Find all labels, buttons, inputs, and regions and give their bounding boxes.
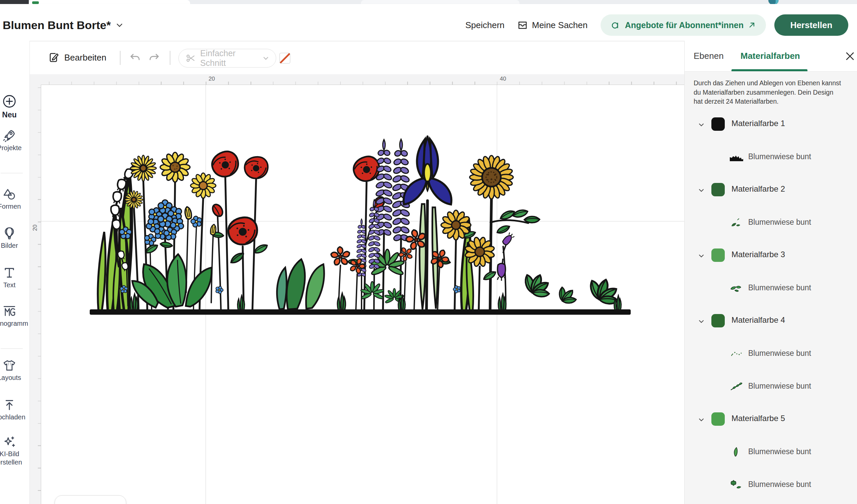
layer-name: Blumenwiese bunt bbox=[748, 218, 811, 227]
horizontal-ruler bbox=[41, 74, 685, 85]
ruler-label-v20: 20 bbox=[32, 225, 38, 231]
sidebar-item-ki-bild[interactable]: KI-Bild erstellen bbox=[0, 434, 30, 467]
sidebar-label: Text bbox=[0, 281, 30, 289]
upload-icon bbox=[2, 397, 17, 412]
sidebar-divider bbox=[1, 173, 23, 173]
project-title-text: Blumen Bunt Borte* bbox=[3, 19, 111, 32]
bellflowers bbox=[498, 232, 515, 281]
make-it-label: Herstellen bbox=[790, 20, 833, 31]
swatch-diagonal bbox=[280, 53, 290, 64]
make-it-button[interactable]: Herstellen bbox=[774, 14, 848, 36]
color-swatch[interactable] bbox=[711, 314, 725, 327]
redo-icon[interactable] bbox=[148, 52, 161, 64]
shapes-icon bbox=[2, 187, 17, 201]
sidebar-label: KI-Bild erstellen bbox=[0, 450, 30, 467]
layer-thumbnail[interactable] bbox=[728, 216, 745, 229]
plus-circle-icon bbox=[2, 94, 17, 109]
edit-label: Bearbeiten bbox=[64, 52, 106, 63]
layer-item[interactable]: Blumenwiese bunt bbox=[685, 468, 857, 501]
chevron-down-icon[interactable] bbox=[698, 187, 705, 194]
group-name: Materialfarbe 5 bbox=[732, 414, 785, 423]
star-leaves-thumb bbox=[729, 479, 744, 490]
layer-item[interactable]: Blumenwiese bunt bbox=[685, 370, 857, 403]
tab-label: Materialfarben bbox=[740, 51, 800, 61]
linetype-dropdown[interactable]: Einfacher Schnitt bbox=[179, 49, 276, 68]
sidebar-item-neu[interactable]: Neu bbox=[0, 94, 30, 120]
active-tab-underline bbox=[732, 69, 807, 71]
close-icon[interactable] bbox=[845, 51, 855, 62]
sidebar-item-hochladen[interactable]: Hochladen bbox=[0, 397, 30, 421]
chevron-down-icon[interactable] bbox=[698, 121, 705, 128]
group-name: Materialfarbe 4 bbox=[732, 315, 785, 325]
ruler-corner bbox=[30, 74, 41, 85]
layer-thumbnail[interactable] bbox=[728, 282, 745, 294]
material-color-group[interactable]: Materialfarbe 1 bbox=[685, 108, 857, 140]
edit-button[interactable]: Bearbeiten bbox=[48, 50, 106, 65]
sidebar-divider bbox=[1, 348, 23, 349]
group-name: Materialfarbe 2 bbox=[732, 184, 785, 194]
browser-tab-strip bbox=[0, 0, 857, 4]
layer-thumbnail[interactable] bbox=[728, 478, 745, 491]
save-label: Speichern bbox=[465, 20, 504, 31]
chevron-down-icon[interactable] bbox=[698, 318, 705, 325]
color-swatch[interactable] bbox=[280, 53, 290, 64]
layer-item[interactable]: Blumenwiese bunt bbox=[685, 272, 857, 305]
color-swatch[interactable] bbox=[711, 183, 725, 196]
sidebar-item-layouts[interactable]: Layouts bbox=[0, 358, 30, 382]
canvas-artwork-blumenwiese[interactable] bbox=[87, 136, 633, 316]
ruler-label-40: 40 bbox=[500, 75, 506, 82]
monogram-icon bbox=[2, 304, 17, 318]
layer-item[interactable]: Blumenwiese bunt bbox=[685, 206, 857, 239]
toolbar-separator bbox=[120, 51, 120, 65]
edit-pencil-icon bbox=[48, 52, 60, 64]
layer-thumbnail[interactable] bbox=[728, 380, 745, 393]
panel-description: Durch das Ziehen und Ablegen von Ebenen … bbox=[685, 72, 857, 108]
my-stuff-button[interactable]: Meine Sachen bbox=[517, 18, 588, 32]
sidebar-label: Neu bbox=[0, 110, 30, 120]
tab-ebenen[interactable]: Ebenen bbox=[694, 41, 724, 71]
subscriber-offers-button[interactable]: Angebote für Abonnent*innen bbox=[601, 14, 766, 36]
zoom-control[interactable] bbox=[54, 495, 126, 504]
material-color-group[interactable]: Materialfarbe 2 bbox=[685, 173, 857, 206]
vertical-ruler bbox=[30, 85, 41, 504]
color-swatch[interactable] bbox=[711, 412, 725, 426]
layer-item[interactable]: Blumenwiese bunt bbox=[685, 337, 857, 370]
subscriber-offers-label: Angebote für Abonnent*innen bbox=[625, 20, 744, 30]
layer-thumbnail[interactable] bbox=[728, 151, 745, 163]
material-color-group[interactable]: Materialfarbe 4 bbox=[685, 305, 857, 337]
panel-tabs: Ebenen Materialfarben bbox=[685, 41, 857, 72]
layer-name: Blumenwiese bunt bbox=[748, 349, 811, 358]
sidebar-item-bilder[interactable]: Bilder bbox=[0, 226, 30, 250]
layer-thumbnail[interactable] bbox=[728, 446, 745, 458]
sidebar-item-projekte[interactable]: Projekte bbox=[0, 128, 30, 152]
sidebar-label: Layouts bbox=[0, 373, 30, 382]
layer-thumbnail[interactable] bbox=[728, 347, 745, 360]
layer-item[interactable]: Blumenwiese bunt bbox=[685, 140, 857, 173]
sidebar-item-text[interactable]: Text bbox=[0, 265, 30, 289]
cricut-logo-icon bbox=[611, 20, 621, 30]
material-color-group[interactable]: Materialfarbe 5 bbox=[685, 403, 857, 435]
color-swatch[interactable] bbox=[711, 117, 725, 131]
dark-leaves-thumb bbox=[729, 217, 744, 228]
color-swatch[interactable] bbox=[711, 248, 725, 262]
chevron-down-icon[interactable] bbox=[698, 253, 705, 259]
leafy-branch-thumb bbox=[729, 381, 744, 392]
save-button[interactable]: Speichern bbox=[465, 18, 504, 32]
sidebar-item-formen[interactable]: Formen bbox=[0, 187, 30, 211]
project-title[interactable]: Blumen Bunt Borte* bbox=[3, 18, 123, 32]
material-color-group[interactable]: Materialfarbe 3 bbox=[685, 239, 857, 272]
sidebar-item-monogramm[interactable]: Monogramm bbox=[0, 304, 30, 328]
sunflowers bbox=[441, 156, 514, 270]
baseline-bar bbox=[90, 309, 631, 315]
text-icon bbox=[2, 265, 17, 280]
undo-icon[interactable] bbox=[129, 52, 141, 64]
my-stuff-label: Meine Sachen bbox=[532, 20, 588, 31]
header: Blumen Bunt Borte* Speichern Meine Sache… bbox=[0, 4, 857, 41]
other-browser-tab[interactable] bbox=[361, 0, 520, 4]
sidebar-label: Hochladen bbox=[0, 413, 30, 421]
layer-item[interactable]: Blumenwiese bunt bbox=[685, 435, 857, 468]
sidebar-label: Formen bbox=[0, 202, 30, 211]
tab-materialfarben[interactable]: Materialfarben bbox=[740, 41, 800, 71]
chevron-down-icon[interactable] bbox=[698, 416, 705, 423]
active-browser-tab[interactable] bbox=[29, 0, 190, 4]
